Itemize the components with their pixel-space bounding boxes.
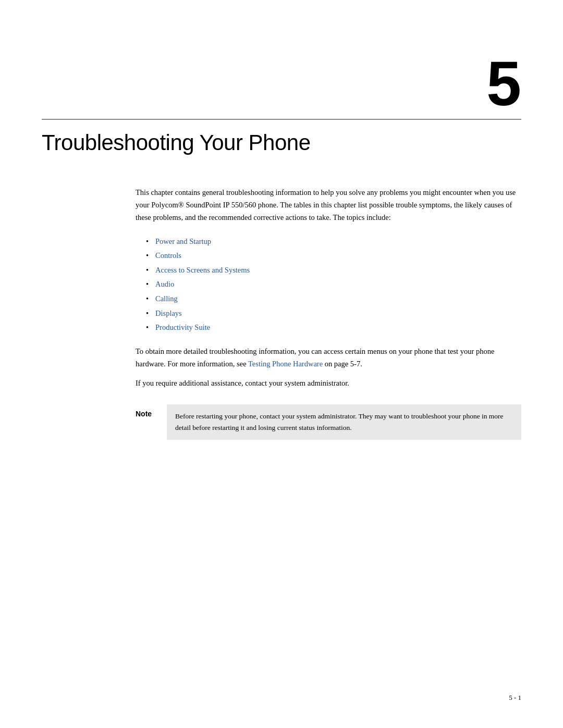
page-container: 5 Troubleshooting Your Phone This chapte…	[0, 0, 563, 728]
content-area: This chapter contains general troublesho…	[0, 155, 563, 440]
list-item: Power and Startup	[146, 235, 521, 249]
follow-link-text: Testing Phone Hardware	[248, 360, 323, 368]
note-text: Before restarting your phone, contact yo…	[175, 412, 504, 431]
chapter-number: 5	[486, 48, 521, 118]
note-box: Before restarting your phone, contact yo…	[167, 404, 521, 439]
access-screens-link[interactable]: Access to Screens and Systems	[155, 266, 250, 274]
list-item: Displays	[146, 306, 521, 321]
follow-paragraph: To obtain more detailed troubleshooting …	[136, 346, 521, 371]
chapter-number-area: 5	[0, 31, 563, 115]
productivity-suite-link[interactable]: Productivity Suite	[155, 323, 210, 331]
audio-link[interactable]: Audio	[155, 280, 174, 288]
list-item: Controls	[146, 249, 521, 263]
additional-paragraph: If you require additional assistance, co…	[136, 377, 521, 390]
list-item: Calling	[146, 292, 521, 306]
controls-link[interactable]: Controls	[155, 251, 181, 260]
note-label: Note	[136, 404, 167, 418]
page-footer: 5 - 1	[509, 694, 521, 702]
list-item: Productivity Suite	[146, 320, 521, 335]
list-item: Access to Screens and Systems	[146, 263, 521, 278]
chapter-title: Troubleshooting Your Phone	[0, 120, 563, 155]
displays-link[interactable]: Displays	[155, 309, 182, 317]
intro-paragraph: This chapter contains general troublesho…	[136, 187, 521, 224]
list-item: Audio	[146, 277, 521, 292]
testing-phone-hardware-link[interactable]: Testing Phone Hardware	[248, 360, 323, 368]
power-and-startup-link[interactable]: Power and Startup	[155, 237, 211, 245]
follow-text-after: on page 5-7.	[323, 360, 362, 368]
topics-list: Power and Startup Controls Access to Scr…	[146, 235, 521, 335]
note-section: Note Before restarting your phone, conta…	[136, 404, 521, 439]
page-number: 5 - 1	[509, 694, 521, 701]
calling-link[interactable]: Calling	[155, 294, 178, 303]
